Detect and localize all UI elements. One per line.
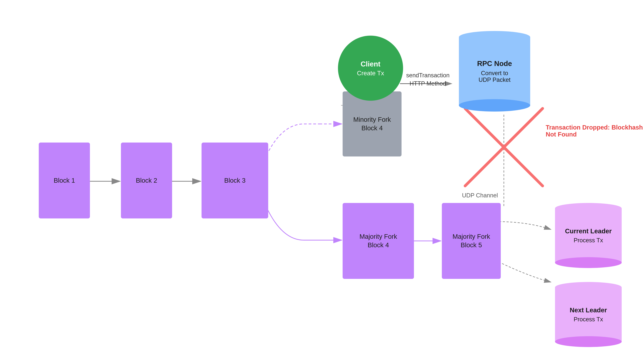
send-transaction-label: sendTransaction HTTP Method [406,71,450,88]
current-leader-cylinder: Current Leader Process Tx [555,203,622,268]
minority-fork-block-4: Minority Fork Block 4 [342,91,402,156]
svg-line-12 [465,108,542,186]
diagram-container: Block 1 Block 2 Block 3 Minority Fork Bl… [0,0,644,352]
block-2-label: Block 2 [136,176,157,185]
next-leader-cylinder: Next Leader Process Tx [555,282,622,347]
current-leader-subtitle: Process Tx [574,237,603,244]
udp-channel-label: UDP Channel [462,192,498,199]
svg-line-11 [465,108,542,186]
client-circle: Client Create Tx [338,36,403,101]
minority-fork-block-4-label: Minority Fork Block 4 [353,115,391,132]
tx-dropped-label: Transaction Dropped: Blockhash Not Found [546,124,644,138]
majority-fork-block-4-label: Majority Fork Block 4 [360,232,397,249]
majority-fork-block-4: Majority Fork Block 4 [342,203,414,279]
block-1: Block 1 [39,143,90,218]
majority-fork-block-5-label: Majority Fork Block 5 [452,232,490,249]
majority-fork-block-5: Majority Fork Block 5 [442,203,501,279]
block-3-label: Block 3 [224,176,246,185]
current-leader-title: Current Leader [565,227,612,235]
block-1-label: Block 1 [54,176,75,185]
block-3: Block 3 [202,143,268,218]
block-2: Block 2 [121,143,172,218]
rpc-node-cylinder: RPC Node Convert to UDP Packet [459,31,530,112]
next-leader-title: Next Leader [570,307,607,314]
next-leader-subtitle: Process Tx [574,316,603,323]
client-subtitle: Create Tx [357,70,384,77]
client-title: Client [360,60,380,68]
rpc-node-title: RPC Node [477,59,512,68]
arrows-svg [0,0,644,352]
rpc-node-subtitle: Convert to UDP Packet [478,70,510,83]
